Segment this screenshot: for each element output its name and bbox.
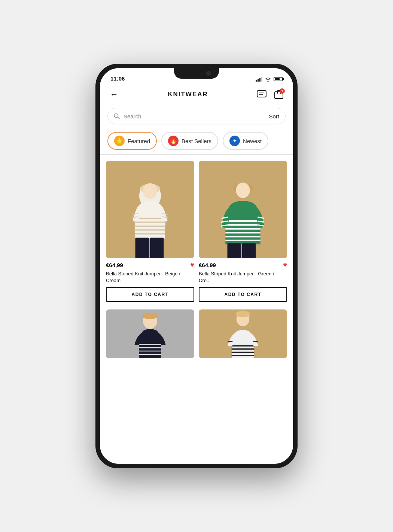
best-sellers-label: Best Sellers <box>182 138 211 144</box>
search-bar[interactable]: Sort <box>107 108 286 124</box>
product-info-1: €64,99 ♥ Bella Striped Knit Jumper - Bei… <box>106 258 194 303</box>
add-to-cart-button-2[interactable]: ADD TO CART <box>199 287 287 302</box>
svg-line-53 <box>253 341 258 342</box>
product-row-1: €64,99 ♥ Bella Striped Knit Jumper - Bei… <box>106 161 287 303</box>
featured-label: Featured <box>128 138 150 144</box>
svg-rect-19 <box>135 238 149 258</box>
product-info-2: €64,99 ♥ Bella Striped Knit Jumper - Gre… <box>199 258 287 303</box>
product-card-3 <box>106 309 194 358</box>
camera <box>206 71 211 76</box>
svg-point-47 <box>236 311 250 317</box>
sort-button[interactable]: Sort <box>265 113 279 120</box>
svg-point-9 <box>143 183 157 199</box>
back-button[interactable]: ← <box>107 88 121 101</box>
status-time: 11:06 <box>110 75 125 82</box>
svg-line-5 <box>118 117 120 119</box>
product-image-4[interactable] <box>199 309 287 358</box>
price-row-2: €64,99 ♥ <box>199 261 287 269</box>
phone-notch <box>174 68 219 79</box>
signal-icon <box>256 76 262 82</box>
product-silhouette-2 <box>199 161 287 258</box>
product-silhouette-3 <box>106 309 194 358</box>
svg-point-23 <box>236 182 250 198</box>
grid-divider <box>100 154 293 155</box>
cart-button[interactable]: 1 <box>272 88 286 101</box>
svg-point-40 <box>142 313 158 319</box>
svg-rect-0 <box>257 91 266 97</box>
battery-icon <box>274 77 283 81</box>
product-name-1: Bella Striped Knit Jumper - Beige / Crea… <box>106 270 194 284</box>
phone-screen: 11:06 <box>100 68 293 464</box>
product-card-2: €64,99 ♥ Bella Striped Knit Jumper - Gre… <box>199 161 287 303</box>
filter-tabs: ⭐ Featured 🔥 Best Sellers ✦ Newest <box>100 127 293 154</box>
product-card-4 <box>199 309 287 358</box>
product-image-1[interactable] <box>106 161 194 258</box>
product-grid: €64,99 ♥ Bella Striped Knit Jumper - Bei… <box>100 158 293 464</box>
svg-rect-37 <box>242 243 256 258</box>
search-divider <box>261 112 261 120</box>
product-silhouette-1 <box>106 161 194 258</box>
header: ← KNITWEAR 1 <box>100 84 293 105</box>
featured-icon: ⭐ <box>114 136 125 146</box>
wifi-icon <box>265 76 271 82</box>
newest-icon: ✦ <box>229 136 240 146</box>
product-silhouette-4 <box>199 309 287 358</box>
filter-tab-featured[interactable]: ⭐ Featured <box>107 132 157 150</box>
product-price-2: €64,99 <box>199 262 216 268</box>
best-sellers-icon: 🔥 <box>168 136 179 146</box>
wishlist-button-2[interactable]: ♥ <box>283 261 287 269</box>
product-row-2 <box>106 309 287 358</box>
page-title: KNITWEAR <box>168 91 208 98</box>
back-arrow-icon: ← <box>110 90 118 99</box>
product-name-2: Bella Striped Knit Jumper - Green / Cre.… <box>199 270 287 284</box>
cart-badge: 1 <box>280 88 285 94</box>
phone-frame: 11:06 <box>95 64 298 468</box>
add-to-cart-button-1[interactable]: ADD TO CART <box>106 287 194 302</box>
search-icon <box>114 113 120 119</box>
wishlist-button-1[interactable]: ♥ <box>190 261 194 269</box>
newest-label: Newest <box>243 138 262 144</box>
status-icons <box>256 76 283 82</box>
product-price-1: €64,99 <box>106 262 123 268</box>
search-input[interactable] <box>124 113 257 120</box>
product-image-2[interactable] <box>199 161 287 258</box>
svg-line-52 <box>228 341 232 342</box>
svg-rect-36 <box>227 243 241 258</box>
product-card-1: €64,99 ♥ Bella Striped Knit Jumper - Bei… <box>106 161 194 303</box>
filter-tab-newest[interactable]: ✦ Newest <box>223 132 268 150</box>
svg-rect-20 <box>150 238 164 258</box>
filter-tab-best-sellers[interactable]: 🔥 Best Sellers <box>161 132 218 150</box>
product-image-3[interactable] <box>106 309 194 358</box>
price-row-1: €64,99 ♥ <box>106 261 194 269</box>
messages-button[interactable] <box>255 88 268 101</box>
header-icons: 1 <box>255 88 286 101</box>
